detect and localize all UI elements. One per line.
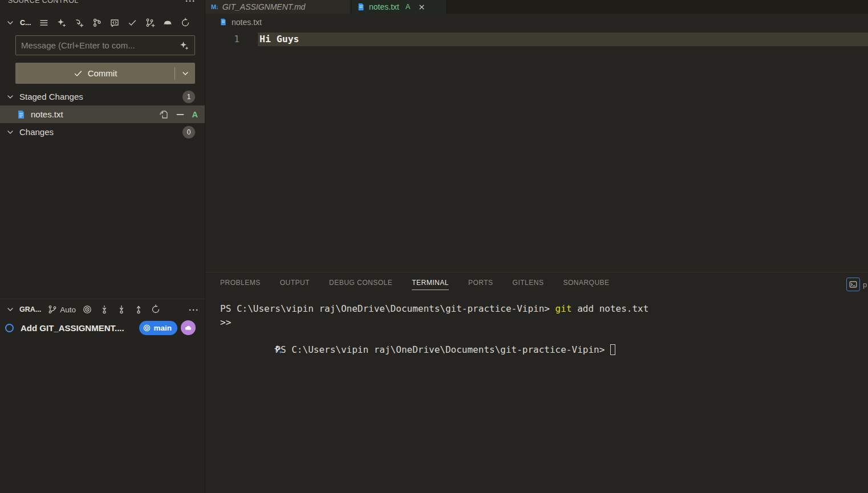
- tab-label: notes.txt: [369, 2, 399, 11]
- check-icon[interactable]: [127, 17, 138, 28]
- tab-git-status-badge: A: [405, 3, 410, 11]
- sparkle-icon[interactable]: [56, 17, 67, 28]
- file-icon: [357, 3, 365, 11]
- stash-plus-icon[interactable]: [74, 17, 85, 28]
- commit-node-icon: [5, 324, 14, 332]
- markdown-icon: M↓: [211, 3, 218, 10]
- vscode-window: SOURCE CONTROL ··· C...: [0, 0, 868, 493]
- tab-gitlens[interactable]: GITLENS: [513, 276, 544, 290]
- tab-label: GIT_ASSIGNMENT.md: [222, 2, 306, 11]
- git-status-added: A: [192, 110, 198, 119]
- line-number: 1: [227, 32, 240, 46]
- graph-section-header: GRA... Auto ···: [0, 301, 205, 318]
- branch-plus-icon[interactable]: [144, 17, 156, 28]
- target-icon[interactable]: [82, 304, 93, 315]
- staged-file-row[interactable]: notes.txt A: [0, 105, 205, 123]
- commit-button-label: Commit: [88, 68, 117, 78]
- unstage-icon[interactable]: [175, 109, 186, 120]
- tab-sonarqube[interactable]: SONARQUBE: [563, 276, 609, 290]
- sidebar-title: SOURCE CONTROL: [8, 0, 79, 5]
- source-control-sidebar: SOURCE CONTROL ··· C...: [0, 0, 205, 493]
- command-git: git: [555, 303, 572, 314]
- commit-message-text: Add GIT_ASSIGNMENT....: [21, 323, 139, 333]
- branch-icon: [47, 304, 58, 315]
- open-file-icon[interactable]: [158, 109, 169, 120]
- chevron-down-icon: [5, 127, 16, 138]
- comment-icon[interactable]: [109, 17, 120, 28]
- tab-git-assignment[interactable]: M↓ GIT_ASSIGNMENT.md: [205, 0, 351, 14]
- staged-changes-label: Staged Changes: [19, 92, 182, 101]
- terminal-output[interactable]: PS C:\Users\vipin raj\OneDrive\Documents…: [205, 302, 868, 493]
- commit-message-input[interactable]: [16, 40, 179, 50]
- view-as-list-icon[interactable]: [38, 17, 50, 28]
- chevron-down-icon: [180, 68, 190, 79]
- changes-count-badge: 0: [182, 126, 195, 138]
- copilot-sparkle-icon: [208, 331, 283, 372]
- breadcrumb-file-name: notes.txt: [232, 18, 262, 27]
- commit-message-box: [15, 35, 195, 55]
- file-icon: [220, 18, 227, 26]
- close-icon[interactable]: [417, 3, 426, 11]
- graph-auto-label: Auto: [60, 305, 76, 314]
- chevron-down-icon[interactable]: [5, 304, 16, 315]
- tab-ports[interactable]: PORTS: [468, 276, 493, 290]
- launch-terminal-button[interactable]: [846, 278, 860, 291]
- code-editor[interactable]: 1 Hi Guys: [205, 30, 868, 272]
- chevron-down-icon[interactable]: [5, 17, 16, 28]
- changes-label: Changes: [19, 127, 182, 137]
- publish-cloud-icon[interactable]: [181, 320, 196, 335]
- repo-toolbar: C...: [0, 14, 205, 32]
- graph-auto-toggle[interactable]: Auto: [47, 304, 76, 315]
- terminal-line: PS C:\Users\vipin raj\OneDrive\Documents…: [205, 302, 868, 316]
- tab-notes-txt[interactable]: notes.txt A: [351, 0, 447, 14]
- branch-badge[interactable]: main: [139, 321, 177, 335]
- fetch-icon[interactable]: [99, 304, 110, 315]
- target-icon: [143, 324, 151, 332]
- tab-debug-console[interactable]: DEBUG CONSOLE: [329, 276, 392, 290]
- sidebar-header: SOURCE CONTROL ···: [0, 0, 205, 7]
- section-divider: [0, 299, 205, 299]
- changes-header[interactable]: Changes 0: [0, 123, 205, 141]
- branch-name: main: [153, 324, 172, 332]
- tab-terminal[interactable]: TERMINAL: [412, 276, 449, 290]
- commit-graph-icon[interactable]: [91, 17, 103, 28]
- tab-problems[interactable]: PROBLEMS: [220, 276, 261, 290]
- sidebar-more-icon[interactable]: ···: [185, 0, 196, 6]
- terminal-line: >>: [205, 316, 868, 329]
- graph-label: GRA...: [19, 305, 41, 313]
- panel-tab-bar: PROBLEMS OUTPUT DEBUG CONSOLE TERMINAL P…: [205, 272, 868, 294]
- refresh-icon[interactable]: [150, 304, 161, 315]
- commit-button[interactable]: Commit: [15, 63, 195, 84]
- graph-more-icon[interactable]: ···: [189, 305, 199, 315]
- commit-dropdown-button[interactable]: [175, 68, 195, 79]
- repo-label: C...: [20, 19, 31, 27]
- tab-output[interactable]: OUTPUT: [280, 276, 310, 290]
- staged-file-name: notes.txt: [31, 109, 158, 119]
- pull-icon[interactable]: [116, 304, 127, 315]
- file-icon: [17, 110, 26, 119]
- generate-commit-message-sparkle-icon[interactable]: [179, 40, 190, 51]
- staged-count-badge: 1: [182, 91, 195, 103]
- terminal-icon: [849, 280, 858, 289]
- terminal-label-partial: p: [863, 280, 868, 289]
- chevron-down-icon: [5, 91, 16, 103]
- graph-commit-row[interactable]: Add GIT_ASSIGNMENT.... main: [0, 319, 205, 337]
- breadcrumb[interactable]: notes.txt: [205, 14, 868, 30]
- editor-area: M↓ GIT_ASSIGNMENT.md notes.txt A: [205, 0, 868, 493]
- bottom-panel: PROBLEMS OUTPUT DEBUG CONSOLE TERMINAL P…: [205, 272, 868, 493]
- push-icon[interactable]: [133, 304, 144, 315]
- terminal-line: PS C:\Users\vipin raj\OneDrive\Documents…: [205, 329, 868, 343]
- current-line-highlight: [258, 32, 868, 46]
- check-icon: [73, 68, 83, 79]
- staged-changes-header[interactable]: Staged Changes 1: [0, 88, 205, 105]
- editor-tab-bar: M↓ GIT_ASSIGNMENT.md notes.txt A: [205, 0, 868, 14]
- command-args: add notes.txt: [577, 303, 648, 314]
- terminal-cursor: [610, 344, 615, 355]
- code-line: Hi Guys: [259, 32, 299, 46]
- gitkraken-icon[interactable]: [162, 17, 173, 28]
- refresh-icon[interactable]: [180, 17, 191, 28]
